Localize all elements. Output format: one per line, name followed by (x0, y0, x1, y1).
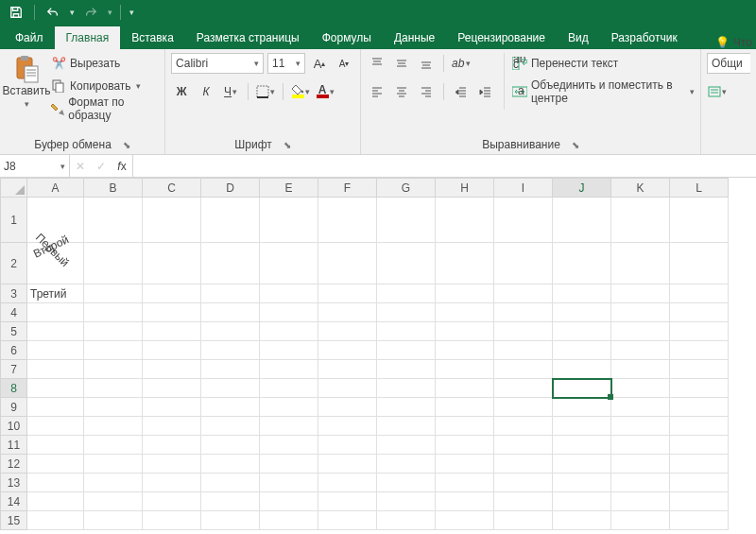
cell[interactable] (670, 360, 729, 379)
cell[interactable] (143, 417, 201, 436)
column-header[interactable]: E (260, 179, 318, 198)
cell[interactable] (318, 511, 377, 530)
borders-button[interactable]: ▾ (255, 81, 276, 102)
cell[interactable] (553, 474, 611, 492)
cell[interactable] (436, 398, 494, 417)
cell[interactable] (377, 436, 436, 455)
fx-button[interactable]: fx (112, 156, 132, 177)
cell[interactable] (27, 322, 84, 341)
cell[interactable] (494, 303, 553, 322)
cell[interactable] (260, 360, 318, 379)
cell[interactable] (143, 360, 201, 379)
cell[interactable] (611, 474, 670, 492)
cell[interactable] (143, 198, 201, 243)
cell[interactable] (318, 198, 377, 243)
merge-center-button[interactable]: a Объединить и поместить в центре▾ (512, 81, 695, 102)
cell[interactable] (27, 303, 84, 322)
cell[interactable] (201, 474, 260, 492)
cell[interactable] (553, 379, 611, 398)
cell[interactable] (27, 379, 84, 398)
cell[interactable] (260, 341, 318, 360)
cell[interactable] (84, 341, 143, 360)
tab-developer[interactable]: Разработчик (600, 26, 689, 49)
cell[interactable] (143, 341, 201, 360)
cell[interactable] (611, 511, 670, 530)
column-header[interactable]: F (318, 179, 377, 198)
cell[interactable] (201, 455, 260, 474)
cell[interactable]: Второй (27, 243, 84, 284)
row-header[interactable]: 13 (1, 474, 27, 492)
cell[interactable] (611, 398, 670, 417)
column-header[interactable]: J (553, 179, 611, 198)
font-name-select[interactable]: Calibri▾ (171, 53, 264, 74)
cell[interactable] (436, 511, 494, 530)
cell[interactable] (201, 492, 260, 511)
tab-insert[interactable]: Вставка (120, 26, 185, 49)
row-header[interactable]: 5 (1, 322, 27, 341)
cell[interactable] (553, 398, 611, 417)
cell[interactable] (318, 436, 377, 455)
cell[interactable] (670, 511, 729, 530)
cell[interactable] (143, 492, 201, 511)
row-header[interactable]: 14 (1, 492, 27, 511)
row-header[interactable]: 15 (1, 511, 27, 530)
cell[interactable] (84, 417, 143, 436)
cell[interactable] (436, 417, 494, 436)
cell[interactable] (201, 436, 260, 455)
cell[interactable] (377, 417, 436, 436)
cell[interactable] (84, 492, 143, 511)
save-icon[interactable] (6, 2, 26, 23)
column-header[interactable]: H (436, 179, 494, 198)
redo-icon[interactable] (80, 2, 101, 23)
tell-me-label[interactable]: Что (733, 36, 752, 49)
cell[interactable] (260, 379, 318, 398)
cell[interactable] (553, 492, 611, 511)
cell[interactable] (670, 474, 729, 492)
cell[interactable] (260, 303, 318, 322)
cell[interactable] (436, 492, 494, 511)
customize-qat-icon[interactable]: ▾ (129, 8, 134, 17)
cell[interactable] (84, 198, 143, 243)
column-header[interactable]: I (494, 179, 553, 198)
number-format-select[interactable]: Общи (707, 53, 750, 74)
cell[interactable] (377, 303, 436, 322)
cell[interactable] (553, 198, 611, 243)
cell[interactable] (201, 379, 260, 398)
cell[interactable] (494, 360, 553, 379)
cell[interactable] (553, 436, 611, 455)
format-painter-button[interactable]: Формат по образцу (51, 98, 159, 119)
cell[interactable] (377, 511, 436, 530)
cell[interactable] (318, 417, 377, 436)
cell[interactable] (143, 379, 201, 398)
row-header[interactable]: 3 (1, 284, 27, 303)
cell[interactable] (201, 341, 260, 360)
grow-font-button[interactable]: A▴ (309, 53, 330, 74)
cell[interactable] (84, 379, 143, 398)
cell[interactable] (84, 243, 143, 284)
cell[interactable] (201, 284, 260, 303)
cell[interactable]: Третий (27, 284, 84, 303)
cell[interactable] (494, 341, 553, 360)
row-header[interactable]: 1 (1, 198, 27, 243)
cell[interactable] (143, 284, 201, 303)
row-header[interactable]: 11 (1, 436, 27, 455)
cell[interactable] (143, 322, 201, 341)
cell[interactable] (84, 474, 143, 492)
cell[interactable] (611, 455, 670, 474)
row-header[interactable]: 2 (1, 243, 27, 284)
cell[interactable] (611, 284, 670, 303)
cell[interactable] (84, 455, 143, 474)
cell[interactable] (553, 243, 611, 284)
cell[interactable] (436, 198, 494, 243)
cell[interactable] (436, 474, 494, 492)
cell[interactable] (84, 322, 143, 341)
accounting-format-button[interactable]: ▾ (707, 81, 728, 102)
align-top-button[interactable] (367, 53, 387, 74)
cell[interactable] (260, 511, 318, 530)
cell[interactable] (377, 455, 436, 474)
cell[interactable] (260, 243, 318, 284)
tab-page-layout[interactable]: Разметка страницы (185, 26, 311, 49)
cell[interactable] (143, 511, 201, 530)
cell[interactable] (318, 379, 377, 398)
increase-indent-button[interactable] (475, 81, 496, 102)
